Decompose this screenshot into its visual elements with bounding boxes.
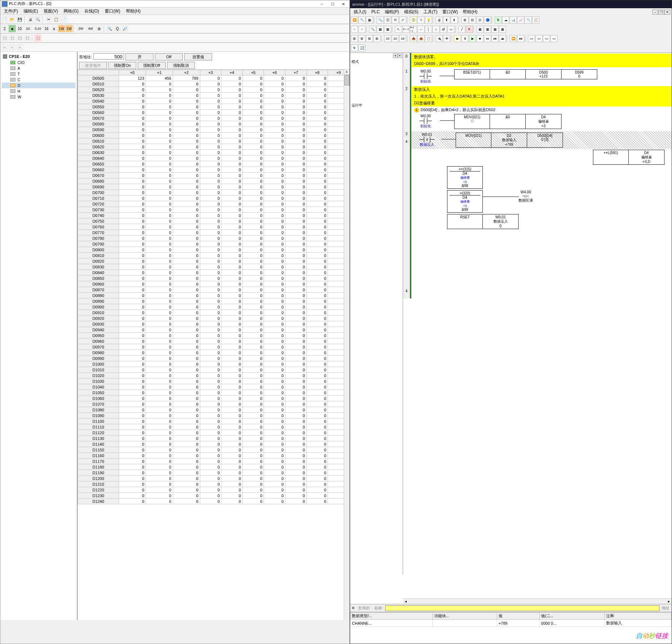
tree-item-D[interactable]: D: [2, 83, 75, 88]
memory-cell[interactable]: 0: [200, 441, 221, 447]
memory-cell[interactable]: 0: [242, 441, 264, 447]
memory-row[interactable]: D06700000000000: [78, 173, 349, 178]
rtb2-vline-icon[interactable]: │: [425, 26, 432, 33]
memory-cell[interactable]: 0: [146, 270, 173, 276]
rtb3-view4-icon[interactable]: ⊞: [373, 35, 381, 42]
close-button[interactable]: ✕: [338, 1, 349, 7]
format-1w2-icon[interactable]: 1W: [65, 25, 73, 32]
memory-row[interactable]: D10400000000000: [78, 384, 349, 390]
memory-cell[interactable]: 0: [285, 344, 307, 350]
memory-cell[interactable]: 0: [242, 487, 264, 493]
tb3-1-icon[interactable]: ⬚: [1, 34, 8, 41]
memory-row[interactable]: D10800000000000: [78, 407, 349, 413]
memory-row[interactable]: D06400000000000: [78, 155, 349, 161]
off-button[interactable]: Off: [155, 53, 183, 60]
memory-cell[interactable]: 0: [285, 133, 307, 138]
memory-cell[interactable]: 0: [119, 241, 146, 247]
memory-cell[interactable]: 0: [264, 470, 285, 476]
memory-cell[interactable]: 0: [264, 144, 285, 150]
memory-row[interactable]: D11200000000000: [78, 430, 349, 436]
memory-row[interactable]: D10900000000000: [78, 413, 349, 418]
memory-cell[interactable]: 0: [173, 218, 200, 224]
memory-cell[interactable]: 0: [146, 224, 173, 230]
memory-cell[interactable]: 0: [146, 310, 173, 316]
memory-cell[interactable]: 0: [242, 127, 264, 133]
memory-cell[interactable]: 0: [242, 87, 264, 93]
memory-cell[interactable]: 0: [242, 378, 264, 384]
memory-cell[interactable]: 0: [200, 144, 221, 150]
memory-cell[interactable]: 0: [200, 373, 221, 378]
memory-cell[interactable]: 0: [119, 344, 146, 350]
memory-row[interactable]: D07500000000000: [78, 218, 349, 224]
memory-cell[interactable]: 0: [285, 390, 307, 396]
memory-cell[interactable]: 0: [264, 81, 285, 87]
memory-cell[interactable]: 0: [285, 87, 307, 93]
memory-cell[interactable]: 0: [306, 350, 328, 356]
memory-cell[interactable]: 0: [173, 104, 200, 110]
ladder-diagram[interactable]: 0 数据块清零。 D500~D599，共计100个字位DATA块 1 W0.00…: [403, 53, 672, 575]
memory-cell[interactable]: 0: [146, 184, 173, 190]
memory-cell[interactable]: 0: [119, 350, 146, 356]
rtb-down-icon[interactable]: ⬇: [451, 16, 458, 24]
memory-cell[interactable]: 0: [264, 396, 285, 401]
memory-cell[interactable]: 0: [146, 453, 173, 459]
memory-cell[interactable]: 0: [200, 327, 221, 333]
memory-cell[interactable]: 0: [173, 361, 200, 367]
memory-cell[interactable]: 0: [264, 127, 285, 133]
memory-row[interactable]: D06800000000000: [78, 178, 349, 184]
memory-cell[interactable]: 0: [119, 367, 146, 373]
rtb-g-icon[interactable]: 📈: [517, 16, 524, 24]
rtb3-monitor-icon[interactable]: 👁: [443, 35, 450, 42]
memory-cell[interactable]: 0: [264, 115, 285, 121]
memory-cell[interactable]: 0: [173, 201, 200, 207]
memory-cell[interactable]: 0: [242, 396, 264, 401]
memory-cell[interactable]: 0: [146, 98, 173, 104]
memory-cell[interactable]: 0: [285, 441, 307, 447]
memory-cell[interactable]: 456: [146, 75, 173, 81]
memory-cell[interactable]: 0: [146, 373, 173, 378]
memory-cell[interactable]: 0: [285, 464, 307, 470]
memory-row[interactable]: D07700000000000: [78, 230, 349, 236]
memory-cell[interactable]: 0: [119, 464, 146, 470]
memory-cell[interactable]: 0: [264, 453, 285, 459]
memory-cell[interactable]: 0: [242, 350, 264, 356]
memory-cell[interactable]: 0: [264, 213, 285, 218]
memory-cell[interactable]: 0: [146, 378, 173, 384]
rtb2-sel-icon[interactable]: ▫: [351, 26, 358, 33]
memory-cell[interactable]: 0: [264, 293, 285, 298]
memory-cell[interactable]: 0: [285, 401, 307, 407]
memory-cell[interactable]: 0: [264, 138, 285, 144]
memory-row[interactable]: D10100000000000: [78, 367, 349, 373]
memory-cell[interactable]: 0: [306, 310, 328, 316]
memory-row[interactable]: D06600000000000: [78, 167, 349, 173]
menu-item[interactable]: 工具(T): [421, 8, 440, 16]
memory-cell[interactable]: 0: [264, 459, 285, 464]
memory-cell[interactable]: 0: [264, 401, 285, 407]
memory-row[interactable]: D05600000000000: [78, 110, 349, 115]
zoom-fit-icon[interactable]: Q: [114, 25, 121, 32]
memory-cell[interactable]: 0: [146, 253, 173, 258]
memory-cell[interactable]: 0: [221, 378, 243, 384]
memory-cell[interactable]: 0: [221, 476, 243, 481]
memory-cell[interactable]: 0: [146, 207, 173, 213]
memory-row[interactable]: D12300000000000: [78, 493, 349, 499]
memory-cell[interactable]: 0: [221, 184, 243, 190]
memory-cell[interactable]: 0: [306, 270, 328, 276]
change-order-button[interactable]: 改变顺序: [79, 62, 107, 69]
memory-cell[interactable]: 0: [306, 230, 328, 236]
memory-cell[interactable]: 0: [264, 236, 285, 241]
memory-cell[interactable]: 0: [285, 424, 307, 430]
memory-cell[interactable]: 0: [221, 150, 243, 155]
memory-cell[interactable]: 0: [173, 81, 200, 87]
memory-cell[interactable]: 0: [146, 447, 173, 453]
memory-cell[interactable]: 0: [306, 281, 328, 287]
memory-cell[interactable]: 0: [306, 258, 328, 264]
memory-cell[interactable]: 0: [306, 121, 328, 127]
memory-cell[interactable]: 0: [200, 127, 221, 133]
tree-item-A[interactable]: A: [2, 65, 75, 71]
memory-row[interactable]: D05001234567890000000: [78, 75, 349, 81]
memory-cell[interactable]: 0: [221, 327, 243, 333]
memory-cell[interactable]: 0: [242, 459, 264, 464]
rtb4-ref-icon[interactable]: 🔄: [358, 44, 366, 51]
memory-cell[interactable]: 0: [264, 195, 285, 201]
